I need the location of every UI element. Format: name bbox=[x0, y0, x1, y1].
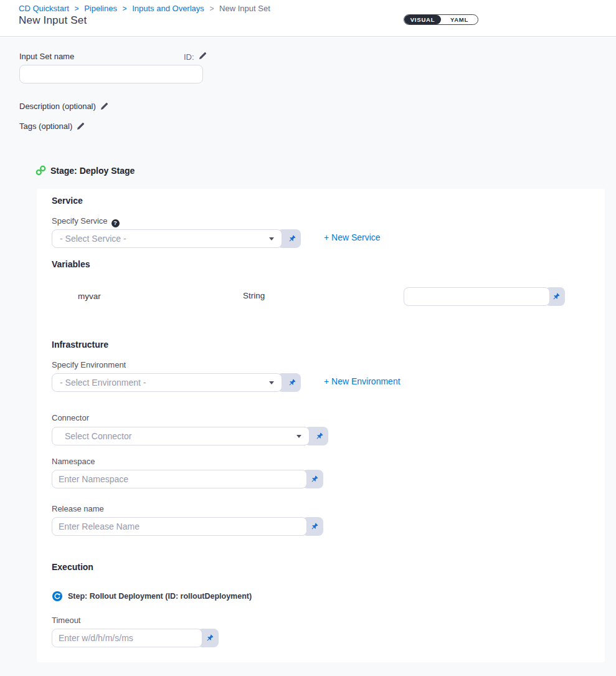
release-name-label: Release name bbox=[52, 504, 104, 513]
select-connector-placeholder: Select Connector bbox=[65, 431, 291, 441]
execution-heading: Execution bbox=[52, 562, 93, 572]
help-icon[interactable]: ? bbox=[111, 219, 120, 227]
breadcrumb-current: New Input Set bbox=[219, 4, 270, 13]
specify-environment-label: Specify Environment bbox=[52, 360, 126, 369]
visual-yaml-toggle: VISUAL YAML bbox=[404, 14, 478, 25]
input-set-name-field[interactable] bbox=[19, 65, 203, 83]
timeout-label: Timeout bbox=[52, 616, 80, 625]
chevron-down-icon bbox=[269, 237, 274, 240]
toggle-yaml[interactable]: YAML bbox=[441, 15, 478, 24]
input-set-name-label: Input Set name bbox=[19, 52, 74, 61]
description-label-text: Description (optional) bbox=[19, 102, 96, 111]
tags-label-text: Tags (optional) bbox=[19, 121, 72, 131]
page-title: New Input Set bbox=[19, 14, 87, 27]
description-label: Description (optional) bbox=[19, 102, 108, 112]
timeout-field[interactable] bbox=[52, 629, 202, 647]
edit-id-icon[interactable] bbox=[199, 52, 207, 62]
cd-stage-icon bbox=[36, 165, 46, 176]
stage-card: Service Specify Service? - Select Servic… bbox=[37, 189, 605, 662]
select-environment-placeholder: - Select Environment - bbox=[60, 378, 264, 388]
breadcrumb-cd-quickstart[interactable]: CD Quickstart bbox=[19, 4, 69, 13]
toggle-visual[interactable]: VISUAL bbox=[404, 15, 441, 24]
breadcrumb: CD Quickstart > Pipelines > Inputs and O… bbox=[19, 4, 270, 13]
select-connector-dropdown[interactable]: Select Connector bbox=[52, 427, 310, 445]
infrastructure-heading: Infrastructure bbox=[52, 340, 108, 350]
breadcrumb-separator: > bbox=[209, 4, 214, 13]
variable-value-field[interactable] bbox=[404, 287, 550, 306]
id-label: ID: bbox=[184, 52, 194, 62]
chevron-down-icon bbox=[296, 435, 301, 438]
chevron-down-icon bbox=[269, 381, 274, 384]
tags-label: Tags (optional) bbox=[19, 121, 85, 132]
edit-tags-icon[interactable] bbox=[77, 122, 85, 132]
stage-header[interactable]: Stage: Deploy Stage bbox=[36, 165, 135, 176]
edit-description-icon[interactable] bbox=[100, 102, 108, 112]
variables-heading: Variables bbox=[52, 259, 90, 269]
step-title: Step: Rollout Deployment (ID: rolloutDep… bbox=[68, 592, 252, 601]
connector-label: Connector bbox=[52, 413, 89, 422]
breadcrumb-separator: > bbox=[123, 4, 127, 13]
step-header[interactable]: Step: Rollout Deployment (ID: rolloutDep… bbox=[52, 591, 252, 601]
breadcrumb-pipelines[interactable]: Pipelines bbox=[84, 4, 117, 13]
stage-title: Stage: Deploy Stage bbox=[50, 166, 135, 176]
select-service-dropdown[interactable]: - Select Service - bbox=[52, 229, 282, 248]
specify-service-label: Specify Service? bbox=[52, 216, 120, 227]
id-row: ID: bbox=[184, 52, 207, 62]
release-name-field[interactable] bbox=[52, 517, 307, 536]
namespace-field[interactable] bbox=[52, 470, 307, 488]
breadcrumb-separator: > bbox=[75, 4, 79, 13]
select-service-placeholder: - Select Service - bbox=[60, 234, 264, 244]
specify-service-label-text: Specify Service bbox=[52, 216, 108, 226]
new-input-set-page: CD Quickstart > Pipelines > Inputs and O… bbox=[0, 0, 616, 676]
breadcrumb-inputs-overlays[interactable]: Inputs and Overlays bbox=[132, 4, 204, 13]
variable-name: myvar bbox=[78, 292, 101, 301]
page-header: CD Quickstart > Pipelines > Inputs and O… bbox=[0, 0, 616, 37]
rollout-step-icon bbox=[52, 591, 62, 601]
service-heading: Service bbox=[52, 196, 83, 206]
new-service-link[interactable]: + New Service bbox=[324, 232, 381, 242]
variable-type: String bbox=[243, 291, 265, 300]
new-environment-link[interactable]: + New Environment bbox=[324, 376, 400, 386]
select-environment-dropdown[interactable]: - Select Environment - bbox=[52, 373, 282, 392]
namespace-label: Namespace bbox=[52, 457, 95, 466]
